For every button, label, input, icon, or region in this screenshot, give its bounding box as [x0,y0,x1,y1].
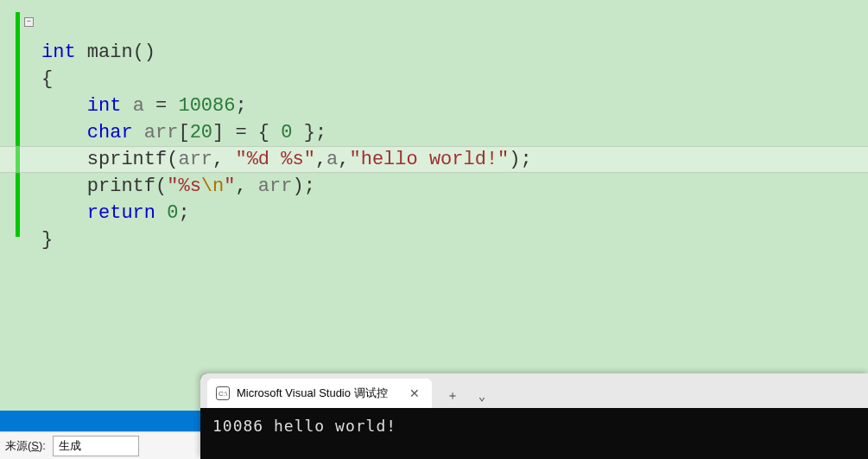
terminal-icon: C:\ [216,386,230,400]
change-indicator-bar [16,12,20,237]
code-line-6: printf("%s\n", arr); [41,175,315,197]
code-line-3: int a = 10086; [41,95,247,117]
code-line-2: { [41,68,53,90]
terminal-tab-active[interactable]: C:\ Microsoft Visual Studio 调试控 ✕ [207,379,432,408]
source-dropdown[interactable]: 生成 [53,436,139,456]
source-label: 来源(S): [5,438,46,454]
editor-margin [0,0,16,259]
new-tab-button[interactable]: ＋ [440,384,465,408]
terminal-tab-controls: ＋ ⌄ [434,384,501,408]
terminal-tab-title: Microsoft Visual Studio 调试控 [237,386,388,401]
code-line-4: char arr[20] = { 0 }; [41,122,326,143]
panel-title-bar [0,411,200,431]
terminal-output[interactable]: 10086 hello world! [200,408,868,443]
fold-toggle-icon[interactable]: − [24,17,34,27]
code-line-7: return 0; [41,202,190,224]
code-content[interactable]: int main() { int a = 10086; char arr[20]… [41,12,532,253]
code-line-5: sprintf(arr, "%d %s",a,"hello world!"); [41,149,532,170]
code-line-8: } [41,229,53,251]
code-line-1: int main() [41,41,155,63]
close-icon[interactable]: ✕ [406,386,423,400]
output-panel-toolbar: 来源(S): 生成 [0,431,200,459]
terminal-window[interactable]: C:\ Microsoft Visual Studio 调试控 ✕ ＋ ⌄ 10… [200,373,868,459]
tab-dropdown-button[interactable]: ⌄ [470,384,494,408]
terminal-tab-bar: C:\ Microsoft Visual Studio 调试控 ✕ ＋ ⌄ [200,373,868,408]
